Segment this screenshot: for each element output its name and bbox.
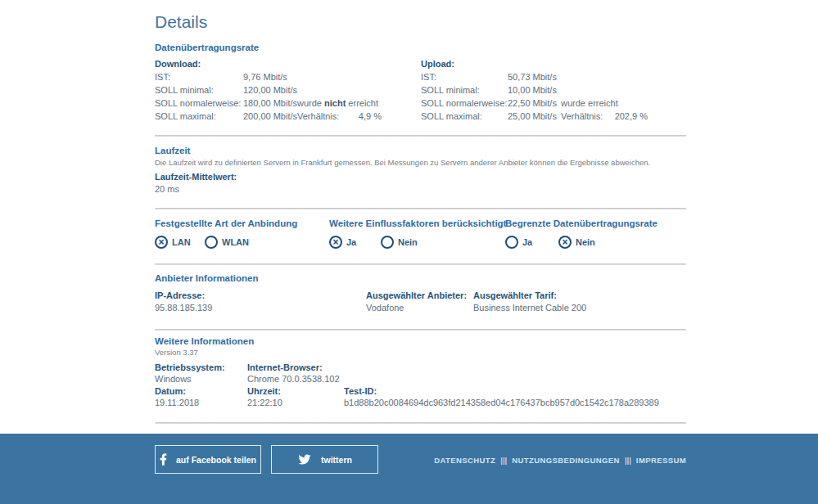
latency-mean-label: Laufzeit-Mittelwert: (155, 172, 237, 182)
twitter-icon (297, 453, 312, 466)
radio-option-label: LAN (172, 237, 191, 247)
latency-description: Die Laufzeit wird zu definierten Servern… (155, 158, 650, 167)
facebook-share-label: auf Facebook teilen (176, 455, 256, 465)
facebook-share-button[interactable]: auf Facebook teilen (155, 445, 261, 474)
radio-option-factors-nein[interactable]: × Nein (381, 236, 418, 249)
radio-option-wlan[interactable]: × WLAN (205, 236, 249, 249)
speedtest-details-page: Details Datenübertragungsrate Download: … (0, 0, 818, 504)
upload-max-label: SOLL maximal: (421, 111, 482, 121)
ip-value: 95.88.185.139 (155, 303, 212, 313)
download-min-label: SOLL minimal: (155, 85, 214, 95)
radio-icon: × (155, 236, 168, 249)
provider-label: Ausgewählter Anbieter: (366, 290, 467, 300)
twitter-share-button[interactable]: twittern (271, 445, 378, 474)
more-section-header: Weitere Informationen (155, 336, 254, 346)
os-value: Windows (155, 374, 192, 384)
ip-label: IP-Adresse: (155, 290, 205, 300)
upload-ist-value: 50,73 Mbit/s (508, 72, 557, 82)
section-divider (155, 263, 686, 265)
time-value: 21:22:10 (247, 398, 282, 407)
date-label: Datum: (155, 386, 186, 396)
latency-mean-value: 20 ms (155, 184, 179, 194)
connection-type-header: Festgestellte Art der Anbindung (155, 218, 297, 228)
download-ratio-value: 4,9 % (332, 111, 382, 121)
section-divider (155, 422, 686, 424)
download-max-value: 200,00 Mbit/s (243, 111, 297, 121)
date-value: 19.11.2018 (155, 398, 199, 407)
tariff-label: Ausgewählter Tarif: (473, 290, 557, 300)
download-norm-value: 180,00 Mbit/s (243, 98, 297, 108)
testid-value: b1d88b20c0084694dc963fd214358ed04c176437… (344, 398, 659, 407)
download-title: Download: (155, 59, 201, 69)
upload-ratio-value: 202,9 % (599, 111, 648, 121)
radio-option-label: Nein (398, 237, 418, 247)
radio-icon: × (381, 236, 394, 249)
radio-icon: × (558, 236, 572, 249)
download-max-label: SOLL maximal: (155, 111, 216, 121)
upload-norm-label: SOLL normalerweise: (421, 98, 507, 108)
radio-option-limited-ja[interactable]: × Ja (505, 236, 532, 249)
section-divider (155, 135, 686, 137)
radio-option-label: Nein (576, 237, 595, 247)
upload-title: Upload: (421, 59, 454, 69)
provider-section-header: Anbieter Informationen (155, 273, 259, 283)
transfer-section-header: Datenübertragungsrate (155, 43, 259, 52)
radio-option-label: Ja (346, 237, 356, 247)
radio-option-factors-ja[interactable]: × Ja (329, 236, 356, 249)
footer: auf Facebook teilen twittern DATENSCHUTZ… (0, 434, 818, 504)
browser-value: Chrome 70.0.3538.102 (247, 374, 340, 384)
upload-norm-value: 22,50 Mbit/s (508, 98, 557, 108)
time-label: Uhrzeit: (247, 386, 281, 396)
upload-max-value: 25,00 Mbit/s (508, 111, 557, 121)
radio-option-lan[interactable]: × LAN (155, 236, 191, 249)
radio-option-label: WLAN (222, 237, 249, 247)
upload-min-label: SOLL minimal: (421, 85, 480, 95)
version-text: Version 3.37 (155, 348, 198, 357)
tariff-value: Business Internet Cable 200 (473, 303, 586, 313)
provider-value: Vodafone (366, 303, 404, 313)
download-ist-label: IST: (155, 72, 170, 82)
limited-rate-header: Begrenzte Datenübertragungsrate (505, 218, 658, 228)
latency-section-header: Laufzeit (155, 146, 190, 155)
browser-label: Internet-Browser: (247, 362, 323, 372)
download-norm-note: wurde nicht erreicht (297, 98, 378, 108)
radio-icon: × (505, 236, 518, 249)
facebook-icon (160, 452, 167, 466)
footer-link-nutzungsbedingungen[interactable]: NUTZUNGSBEDINGUNGEN (512, 456, 620, 465)
footer-link-impressum[interactable]: IMPRESSUM (636, 456, 686, 465)
upload-norm-note: wurde erreicht (561, 98, 618, 108)
upload-min-value: 10,00 Mbit/s (508, 85, 557, 95)
radio-option-limited-nein[interactable]: × Nein (558, 236, 595, 249)
influence-factors-header: Weitere Einflussfaktoren berücksichtigt (329, 218, 506, 228)
footer-link-separator: ||| (500, 456, 507, 465)
footer-link-datenschutz[interactable]: DATENSCHUTZ (434, 456, 495, 465)
testid-label: Test-ID: (344, 386, 377, 396)
radio-icon: × (205, 236, 218, 249)
twitter-share-label: twittern (321, 455, 352, 465)
download-min-value: 120,00 Mbit/s (243, 85, 297, 95)
section-divider (155, 329, 686, 331)
download-ist-value: 9,76 Mbit/s (243, 72, 287, 82)
footer-link-separator: ||| (625, 456, 631, 465)
upload-ratio-label: Verhältnis: (561, 111, 603, 121)
os-label: Betriebssystem: (155, 362, 225, 372)
section-divider (155, 208, 686, 209)
radio-option-label: Ja (522, 237, 532, 247)
upload-ist-label: IST: (421, 72, 436, 82)
radio-icon: × (329, 236, 342, 249)
download-norm-label: SOLL normalerweise: (155, 98, 241, 108)
footer-links: DATENSCHUTZ ||| NUTZUNGSBEDINGUNGEN ||| … (434, 456, 686, 465)
page-title: Details (155, 12, 207, 32)
